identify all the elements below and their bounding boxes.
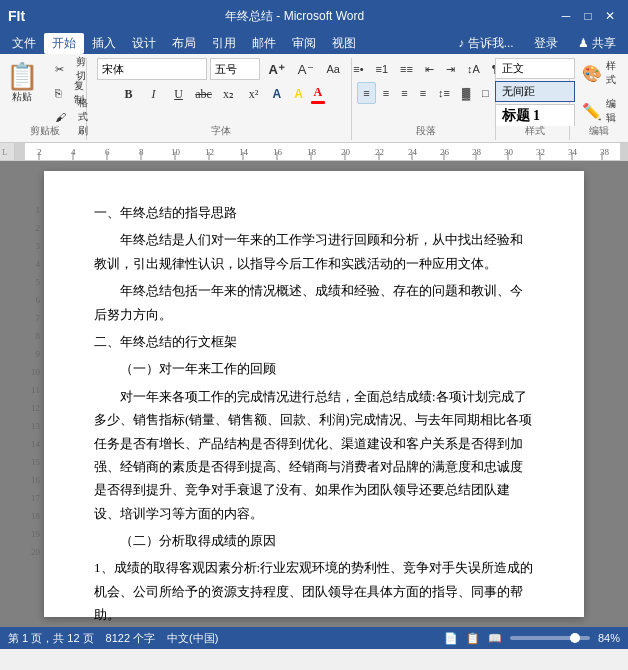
sort-button[interactable]: ↕A	[462, 58, 485, 80]
menu-bar: 文件 开始 插入 设计 布局 引用 邮件 审阅 视图 ♪ 告诉我... 登录 ♟…	[0, 32, 628, 54]
heading-3: （一）对一年来工作的回顾	[94, 357, 534, 380]
multilevel-button[interactable]: ≡≡	[395, 58, 418, 80]
bold-button[interactable]: B	[118, 83, 140, 105]
svg-text:20: 20	[341, 147, 351, 157]
zoom-slider[interactable]	[510, 636, 590, 640]
editing-button[interactable]: ✏️ 编辑	[578, 94, 620, 128]
highlight-button[interactable]: A	[289, 83, 308, 105]
svg-text:38: 38	[600, 147, 610, 157]
decrease-font-button[interactable]: A⁻	[293, 58, 319, 80]
editing-label: 编辑	[606, 97, 616, 125]
ruler-svg: 2 4 6 8 10 12 14 16 18 20 22	[25, 143, 620, 160]
text-effects-button[interactable]: A	[268, 83, 287, 105]
paste-button[interactable]: 📋 粘贴	[0, 58, 46, 110]
cut-button[interactable]: ✂	[50, 58, 69, 80]
subscript-button[interactable]: x₂	[218, 83, 240, 105]
menu-review[interactable]: 审阅	[284, 33, 324, 54]
align-right-button[interactable]: ≡	[396, 82, 412, 104]
font-color-button[interactable]: A	[311, 85, 325, 104]
paragraph-3: 对一年来各项工作的完成情况进行总结，全面总结成绩:各项计划完成了多少、销售指标(…	[94, 385, 534, 525]
underline-button[interactable]: U	[168, 83, 190, 105]
svg-text:30: 30	[504, 147, 514, 157]
ruler: L 2 4 6 8 10 12 14 16	[0, 143, 628, 161]
para-group-label: 段落	[416, 124, 436, 138]
app-name: FIt	[8, 8, 25, 24]
menu-insert[interactable]: 插入	[84, 33, 124, 54]
svg-text:26: 26	[440, 147, 450, 157]
style-no-spacing[interactable]: 无间距	[495, 81, 575, 102]
line-spacing-button[interactable]: ↕≡	[433, 82, 455, 104]
menu-mailings[interactable]: 邮件	[244, 33, 284, 54]
format-painter-label: 格式刷	[73, 106, 93, 128]
paragraph-2: 年终总结包括一年来的情况概述、成绩和经验、存在的问题和教训、今后努力方向。	[94, 279, 534, 326]
font-group-label: 字体	[211, 124, 231, 138]
editing-group-label: 编辑	[589, 124, 609, 138]
italic-button[interactable]: I	[143, 83, 165, 105]
strikethrough-button[interactable]: abc	[193, 83, 215, 105]
svg-text:10: 10	[171, 147, 181, 157]
svg-text:24: 24	[408, 147, 418, 157]
document-page: 1 2 3 4 5 6 7 8 9 10 11 12 13 14 15 16 1…	[44, 171, 584, 617]
document-scroll-area[interactable]: 1 2 3 4 5 6 7 8 9 10 11 12 13 14 15 16 1…	[0, 161, 628, 627]
view-print-button[interactable]: 📄	[444, 632, 458, 645]
share-button[interactable]: ♟ 共享	[570, 33, 624, 54]
superscript-button[interactable]: x²	[243, 83, 265, 105]
status-left: 第 1 页，共 12 页 8122 个字 中文(中国)	[8, 631, 218, 646]
signin-button[interactable]: 登录	[526, 33, 566, 54]
paste-label: 粘贴	[12, 90, 32, 104]
language-info: 中文(中国)	[167, 631, 218, 646]
cut-label: 剪切	[71, 58, 93, 80]
status-right: 📄 📋 📖 84%	[444, 632, 620, 645]
menu-file[interactable]: 文件	[4, 33, 44, 54]
numbering-button[interactable]: ≡1	[371, 58, 394, 80]
shading-button[interactable]: ▓	[457, 82, 475, 104]
ruler-main[interactable]: 2 4 6 8 10 12 14 16 18 20 22	[15, 143, 628, 160]
decrease-indent-button[interactable]: ⇤	[420, 58, 439, 80]
minimize-button[interactable]: ─	[556, 6, 576, 26]
view-read-button[interactable]: 📋	[466, 632, 480, 645]
ruler-ticks: 2 4 6 8 10 12 14 16 18 20 22	[25, 143, 620, 160]
font-row1: A⁺ A⁻ Aa	[97, 58, 345, 80]
font-size-input[interactable]	[210, 58, 260, 80]
style-heading1[interactable]: 标题 1	[495, 104, 575, 126]
increase-indent-button[interactable]: ⇥	[441, 58, 460, 80]
justify-button[interactable]: ≡	[415, 82, 431, 104]
clear-format-button[interactable]: Aa	[322, 58, 345, 80]
close-button[interactable]: ✕	[600, 6, 620, 26]
ruler-left-margin: L	[0, 143, 15, 160]
increase-font-button[interactable]: A⁺	[263, 58, 289, 80]
bullets-button[interactable]: ≡•	[348, 58, 368, 80]
paragraph-1: 年终总结是人们对一年来的工作学习进行回顾和分析，从中找出经验和教训，引出规律性认…	[94, 228, 534, 275]
styles-icon: 🎨	[582, 64, 602, 83]
menu-design[interactable]: 设计	[124, 33, 164, 54]
borders-button[interactable]: □	[477, 82, 494, 104]
document-wrapper: 1 2 3 4 5 6 7 8 9 10 11 12 13 14 15 16 1…	[0, 161, 628, 627]
view-web-button[interactable]: 📖	[488, 632, 502, 645]
copy-button[interactable]: ⎘	[50, 82, 67, 104]
document-content[interactable]: 一、年终总结的指导思路 年终总结是人们对一年来的工作学习进行回顾和分析，从中找出…	[94, 201, 534, 627]
center-button[interactable]: ≡	[378, 82, 394, 104]
ribbon-group-styles: 正文 无间距 标题 1 样式	[500, 58, 570, 140]
ruler-gray-right	[620, 143, 628, 160]
tell-me-button[interactable]: ♪ 告诉我...	[450, 33, 521, 54]
menu-layout[interactable]: 布局	[164, 33, 204, 54]
styles-button[interactable]: 🎨 样式	[578, 56, 620, 90]
zoom-thumb[interactable]	[570, 633, 580, 643]
style-normal[interactable]: 正文	[495, 58, 575, 79]
menu-view[interactable]: 视图	[324, 33, 364, 54]
zoom-level[interactable]: 84%	[598, 632, 620, 644]
svg-text:28: 28	[472, 147, 482, 157]
menu-references[interactable]: 引用	[204, 33, 244, 54]
align-left-button[interactable]: ≡	[357, 82, 375, 104]
para-row1: ≡• ≡1 ≡≡ ⇤ ⇥ ↕A ¶	[348, 58, 502, 80]
heading-2: 二、年终总结的行文框架	[94, 330, 534, 353]
ribbon-group-clipboard: 📋 粘贴 ✂ 剪切 ⎘ 复制 🖌 格式刷	[4, 58, 87, 140]
ribbon-content: 📋 粘贴 ✂ 剪切 ⎘ 复制 🖌 格式刷	[0, 54, 628, 142]
menu-home[interactable]: 开始	[44, 33, 84, 54]
para-row2: ≡ ≡ ≡ ≡ ↕≡ ▓ □	[357, 82, 493, 104]
maximize-button[interactable]: □	[578, 6, 598, 26]
styles-label: 样式	[606, 59, 616, 87]
ribbon-group-paragraph: ≡• ≡1 ≡≡ ⇤ ⇥ ↕A ¶ ≡ ≡ ≡ ≡ ↕≡ ▓ □ 段落	[356, 58, 496, 140]
font-name-input[interactable]	[97, 58, 207, 80]
styles-group-label: 样式	[525, 124, 545, 138]
